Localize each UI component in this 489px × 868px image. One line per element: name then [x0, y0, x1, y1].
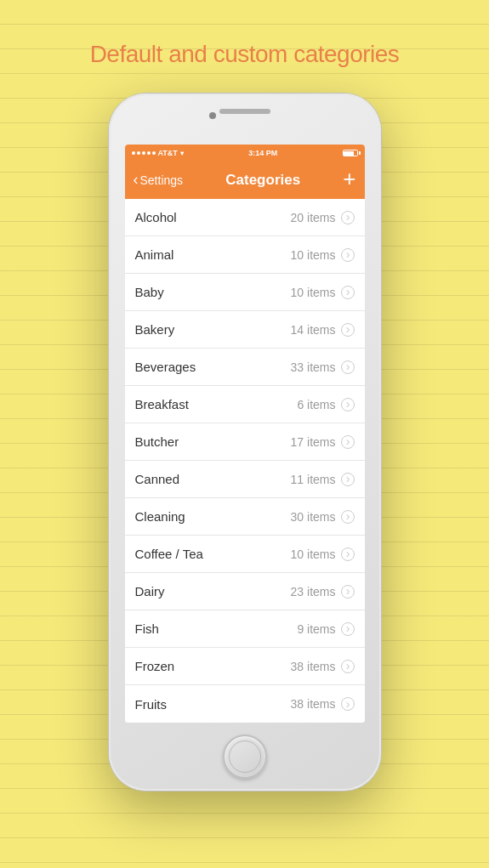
carrier-label: AT&T: [158, 149, 178, 157]
chevron-right-icon: [341, 547, 355, 561]
item-count: 9 items: [297, 622, 335, 636]
back-chevron-icon: ‹: [134, 171, 139, 189]
item-count: 23 items: [291, 585, 336, 599]
chevron-right-icon: [341, 660, 355, 673]
chevron-right-icon: [341, 360, 355, 374]
item-count: 10 items: [291, 248, 336, 262]
list-item[interactable]: Breakfast6 items: [125, 386, 365, 423]
item-right: 20 items: [291, 211, 355, 224]
list-item[interactable]: Fruits38 items: [125, 685, 365, 723]
item-right: 33 items: [291, 360, 355, 374]
category-name: Fish: [135, 621, 159, 636]
item-count: 20 items: [291, 211, 336, 224]
category-name: Beverages: [135, 360, 196, 374]
item-right: 14 items: [291, 323, 355, 337]
item-count: 38 items: [291, 660, 336, 673]
item-right: 38 items: [291, 697, 355, 711]
nav-title: Categories: [225, 172, 300, 189]
list-item[interactable]: Cleaning30 items: [125, 498, 365, 536]
category-name: Cleaning: [135, 509, 185, 524]
list-item[interactable]: Alcohol20 items: [125, 199, 365, 236]
category-name: Animal: [135, 247, 174, 262]
list-item[interactable]: Bakery14 items: [125, 311, 365, 349]
item-right: 38 items: [291, 660, 355, 673]
list-item[interactable]: Butcher17 items: [125, 423, 365, 461]
list-item[interactable]: Fish9 items: [125, 610, 365, 648]
chevron-right-icon: [341, 473, 355, 486]
category-name: Bakery: [135, 322, 175, 337]
chevron-right-icon: [341, 585, 355, 599]
list-item[interactable]: Canned11 items: [125, 461, 365, 498]
chevron-right-icon: [341, 622, 355, 636]
page-title: Default and custom categories: [90, 41, 400, 68]
category-name: Coffee / Tea: [135, 547, 203, 561]
category-name: Frozen: [135, 659, 175, 673]
signal-bars: [132, 151, 156, 155]
category-name: Fruits: [135, 697, 168, 712]
chevron-right-icon: [341, 697, 355, 711]
item-right: 10 items: [291, 248, 355, 262]
category-name: Baby: [135, 285, 164, 299]
item-count: 10 items: [291, 547, 336, 561]
back-button[interactable]: ‹ Settings: [134, 172, 184, 189]
category-list: Alcohol20 itemsAnimal10 itemsBaby10 item…: [125, 199, 365, 723]
home-button-inner: [229, 740, 261, 773]
item-right: 9 items: [297, 622, 354, 636]
list-item[interactable]: Baby10 items: [125, 274, 365, 311]
chevron-right-icon: [341, 323, 355, 337]
item-count: 10 items: [291, 286, 336, 299]
chevron-right-icon: [341, 435, 355, 449]
item-count: 17 items: [291, 435, 336, 449]
item-count: 38 items: [291, 697, 336, 711]
status-bar: AT&T ▾ 3:14 PM: [125, 145, 365, 162]
item-count: 6 items: [297, 398, 335, 411]
item-right: 10 items: [291, 547, 355, 561]
category-name: Breakfast: [135, 397, 189, 411]
list-item[interactable]: Frozen38 items: [125, 648, 365, 685]
item-count: 30 items: [291, 510, 336, 524]
back-label: Settings: [140, 173, 184, 187]
item-right: 11 items: [291, 473, 355, 486]
front-camera: [209, 112, 216, 119]
phone-screen: AT&T ▾ 3:14 PM ‹ Settings Categories + A…: [125, 145, 365, 723]
chevron-right-icon: [341, 510, 355, 524]
chevron-right-icon: [341, 248, 355, 262]
chevron-right-icon: [341, 211, 355, 224]
item-count: 11 items: [291, 473, 336, 486]
item-right: 23 items: [291, 585, 355, 599]
category-name: Alcohol: [135, 210, 177, 224]
category-name: Butcher: [135, 434, 179, 449]
item-count: 14 items: [291, 323, 336, 337]
list-item[interactable]: Coffee / Tea10 items: [125, 536, 365, 573]
add-category-button[interactable]: +: [343, 167, 355, 190]
category-name: Canned: [135, 472, 180, 486]
item-count: 33 items: [291, 360, 336, 374]
category-name: Dairy: [135, 584, 165, 599]
item-right: 6 items: [297, 398, 354, 411]
list-item[interactable]: Dairy23 items: [125, 573, 365, 610]
chevron-right-icon: [341, 286, 355, 299]
home-button[interactable]: [223, 735, 267, 779]
list-item[interactable]: Beverages33 items: [125, 349, 365, 386]
navigation-bar: ‹ Settings Categories +: [125, 162, 365, 199]
phone-shell: AT&T ▾ 3:14 PM ‹ Settings Categories + A…: [109, 94, 381, 791]
item-right: 17 items: [291, 435, 355, 449]
item-right: 30 items: [291, 510, 355, 524]
battery-icon: [343, 150, 358, 156]
wifi-icon: ▾: [180, 150, 184, 157]
clock: 3:14 PM: [248, 149, 277, 157]
phone-speaker: [219, 109, 270, 114]
chevron-right-icon: [341, 398, 355, 411]
status-left: AT&T ▾: [132, 149, 184, 157]
item-right: 10 items: [291, 286, 355, 299]
list-item[interactable]: Animal10 items: [125, 236, 365, 274]
